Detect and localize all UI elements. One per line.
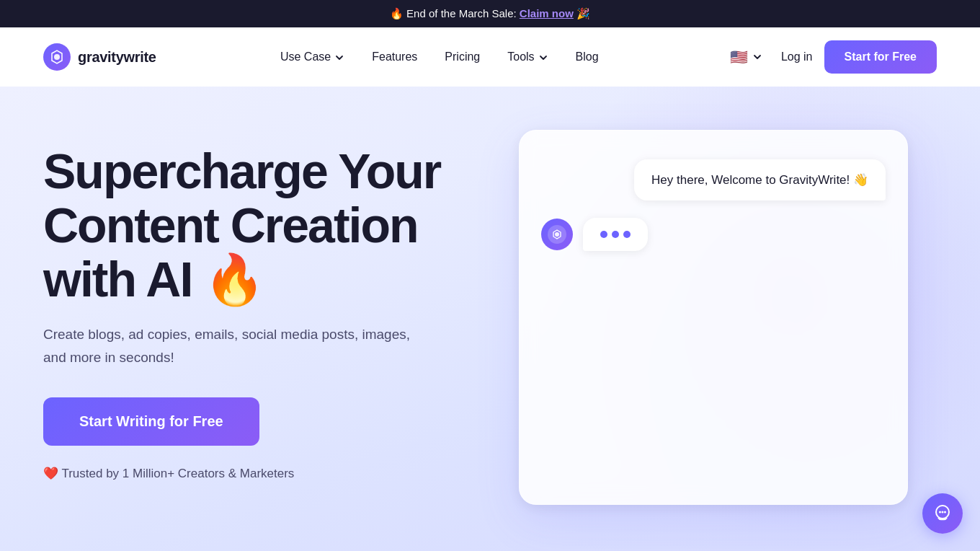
- chat-welcome-bubble: Hey there, Welcome to GravityWrite! 👋: [634, 159, 886, 200]
- claim-link[interactable]: Claim now: [520, 7, 574, 19]
- start-writing-button[interactable]: Start Writing for Free: [43, 397, 259, 446]
- flag-icon: 🇺🇸: [730, 48, 748, 66]
- typing-dot-1: [600, 231, 607, 238]
- chat-bot-response: [541, 218, 648, 251]
- nav-item-features[interactable]: Features: [362, 45, 427, 69]
- nav-item-blog[interactable]: Blog: [566, 45, 609, 69]
- typing-dot-2: [612, 231, 619, 238]
- chat-support-icon: [932, 503, 953, 524]
- top-banner: 🔥 End of the March Sale: Claim now 🎉: [0, 0, 980, 27]
- nav-right: 🇺🇸 Log in Start for Free: [723, 40, 937, 74]
- svg-point-1: [54, 54, 60, 60]
- bot-avatar: [541, 219, 573, 250]
- hero-left: Supercharge Your Content Creation with A…: [43, 115, 490, 481]
- logo-text: gravitywrite: [78, 49, 156, 66]
- banner-suffix: 🎉: [576, 7, 590, 19]
- nav-links: Use Case Features Pricing Tools: [270, 45, 609, 69]
- hero-headline: Supercharge Your Content Creation with A…: [43, 144, 490, 306]
- svg-point-5: [939, 511, 941, 513]
- nav-item-tools[interactable]: Tools: [497, 45, 558, 69]
- logo-icon: [43, 43, 71, 71]
- nav-item-pricing[interactable]: Pricing: [435, 45, 490, 69]
- typing-indicator: [583, 218, 648, 251]
- floating-chat-button[interactable]: [922, 493, 963, 534]
- bot-logo-icon: [548, 225, 566, 244]
- nav-item-use-case[interactable]: Use Case: [270, 45, 355, 69]
- hero-right: Hey there, Welcome to GravityWrite! 👋: [490, 115, 937, 505]
- login-link[interactable]: Log in: [781, 50, 813, 63]
- hero-subtext: Create blogs, ad copies, emails, social …: [43, 323, 418, 369]
- chevron-down-icon: [334, 53, 344, 63]
- svg-point-3: [555, 232, 559, 237]
- navigation: gravitywrite Use Case Features Pricing T…: [0, 27, 980, 87]
- svg-point-6: [942, 511, 944, 513]
- start-free-button[interactable]: Start for Free: [824, 40, 937, 74]
- chat-card: Hey there, Welcome to GravityWrite! 👋: [519, 130, 908, 505]
- logo[interactable]: gravitywrite: [43, 43, 156, 71]
- language-selector[interactable]: 🇺🇸: [723, 44, 770, 70]
- svg-point-7: [944, 511, 946, 513]
- chevron-down-icon: [538, 53, 548, 63]
- chevron-down-icon: [752, 52, 762, 62]
- typing-dot-3: [623, 231, 631, 238]
- trusted-text: ❤️ Trusted by 1 Million+ Creators & Mark…: [43, 466, 490, 481]
- hero-section: Supercharge Your Content Creation with A…: [0, 87, 980, 551]
- banner-text: 🔥 End of the March Sale:: [390, 7, 520, 19]
